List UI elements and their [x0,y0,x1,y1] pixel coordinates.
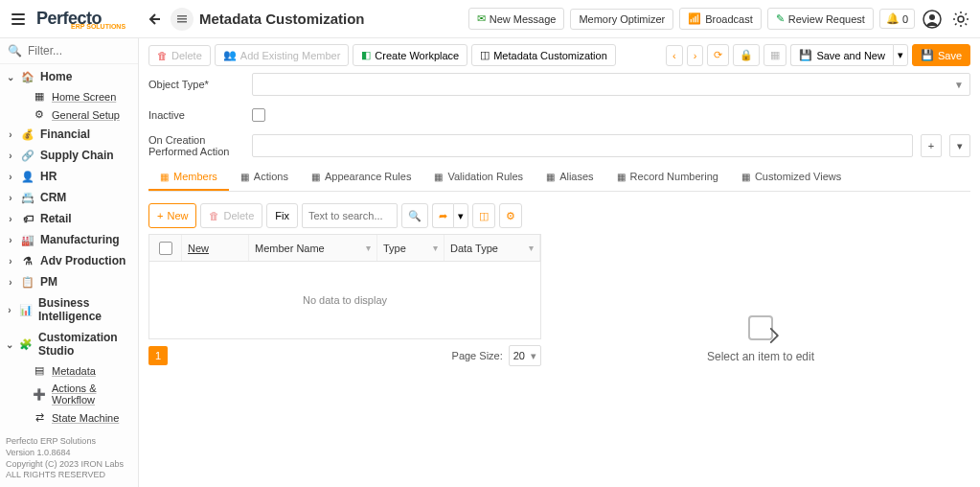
page-title: Metadata Customization [199,11,365,27]
chevron-icon: › [6,193,15,203]
col-data-type[interactable]: Data Type▾ [444,235,540,261]
sidebar-subitem-state-machine[interactable]: ⇄State Machine [29,408,138,427]
svg-rect-0 [177,15,187,17]
inactive-checkbox[interactable] [252,108,265,122]
sidebar-item-label: HR [40,170,57,183]
settings-gear-icon[interactable] [949,8,972,31]
col-member-name[interactable]: Member Name▾ [249,235,377,261]
review-request-button[interactable]: ✎Review Request [767,8,874,30]
svg-point-4 [929,14,935,20]
save-and-new-dropdown[interactable]: ▾ [893,44,908,66]
app-logo: PerfectoERP SOLUTIONS [34,9,136,29]
on-creation-row: On Creation Performed Action + ▾ [148,133,970,158]
tab-members[interactable]: ▦Members [148,164,229,191]
back-button[interactable] [142,8,165,31]
group-icon: ⚗ [21,255,34,267]
tab-label: Validation Rules [447,171,523,182]
sidebar-search[interactable]: 🔍 [0,38,138,64]
grid-search-button[interactable]: 🔍 [401,203,428,228]
object-type-combo[interactable]: ▼ [252,73,970,96]
grid-select-all-checkbox[interactable] [159,242,172,255]
sidebar-item-manufacturing[interactable]: ›🏭Manufacturing [0,229,138,250]
save-and-new-button[interactable]: 💾Save and New [790,44,893,66]
add-existing-member-button[interactable]: 👥Add Existing Member [215,44,350,66]
memory-optimizer-button[interactable]: Memory Optimizer [570,9,673,30]
grid-empty-message: No data to display [149,262,540,338]
chevron-icon: › [6,305,13,315]
menu-toggle-icon[interactable] [8,9,29,30]
next-record-button[interactable]: › [687,45,704,66]
sidebar-item-retail[interactable]: ›🏷Retail [0,208,138,229]
filter-icon[interactable]: ▾ [366,243,371,253]
notification-badge[interactable]: 🔔0 [879,9,915,29]
context-icon[interactable] [171,8,194,31]
on-creation-add-button[interactable]: + [921,134,942,157]
grid-export-button[interactable]: ➦ [432,203,453,228]
sidebar-subitem-actions-&-workflow[interactable]: ➕Actions & Workflow [29,380,138,408]
on-creation-combo[interactable] [252,134,913,157]
grid-export-dropdown[interactable]: ▾ [453,203,468,228]
sidebar-item-label: Financial [40,128,90,141]
page-1-button[interactable]: 1 [148,346,168,365]
new-message-button[interactable]: ✉New Message [468,8,565,30]
sidebar-item-financial[interactable]: ›💰Financial [0,124,138,145]
metadata-customization-button[interactable]: ◫Metadata Customization [471,44,616,66]
refresh-button[interactable]: ⟳ [707,44,729,66]
sidebar-item-home[interactable]: ⌄🏠Home [0,66,138,87]
sidebar-subitem-home-screen[interactable]: ▦Home Screen [29,87,138,105]
filter-icon[interactable]: ▾ [529,243,534,253]
save-and-new-split: 💾Save and New ▾ [790,44,908,66]
filter-icon[interactable]: ▾ [433,243,438,253]
sidebar-item-crm[interactable]: ›📇CRM [0,187,138,208]
tab-record-numbering[interactable]: ▦Record Numbering [605,164,730,191]
item-icon: ⚙ [33,108,46,121]
chevron-icon: › [6,277,15,288]
account-icon[interactable] [921,8,944,31]
grid-delete-button[interactable]: 🗑Delete [200,203,262,228]
item-icon: ▤ [33,364,46,377]
sidebar-item-adv-production[interactable]: ›⚗Adv Production [0,250,138,271]
sidebar-item-hr[interactable]: ›👤HR [0,166,138,187]
tab-aliases[interactable]: ▦Aliases [535,164,604,191]
sidebar-subitem-metadata[interactable]: ▤Metadata [29,361,138,380]
sidebar-subitem-general-setup[interactable]: ⚙General Setup [29,105,138,124]
sidebar-item-label: Supply Chain [40,149,114,162]
broadcast-button[interactable]: 📶Broadcast [679,8,762,30]
sidebar-item-supply-chain[interactable]: ›🔗Supply Chain [0,145,138,166]
sidebar-item-label: Actions & Workflow [52,383,134,406]
sidebar-item-label: Home [40,70,72,83]
chevron-icon: ⌄ [6,72,15,82]
tab-actions[interactable]: ▦Actions [229,164,300,191]
grid-fix-button[interactable]: Fix [266,203,298,228]
sidebar-footer: Perfecto ERP Solutions Version 1.0.8684 … [0,430,138,487]
tab-validation-rules[interactable]: ▦Validation Rules [422,164,535,191]
sidebar-item-business-intelligence[interactable]: ›📊Business Intelligence [0,292,138,327]
grid-columns-button[interactable]: ◫ [472,203,495,228]
page-size-select[interactable]: 20▾ [509,345,541,366]
extra-action-button[interactable]: ▦ [763,44,786,66]
select-item-icon [748,315,773,340]
delete-button[interactable]: 🗑Delete [148,45,211,66]
col-new[interactable]: New [182,235,249,261]
sidebar-item-pm[interactable]: ›📋PM [0,271,138,292]
sidebar-filter-input[interactable] [28,44,130,58]
sidebar-item-label: Manufacturing [40,233,120,246]
sidebar-item-label: Metadata [52,365,96,377]
grid-search-input[interactable] [302,203,398,228]
sidebar-item-customization-studio[interactable]: ⌄🧩Customization Studio [0,327,138,361]
tab-label: Actions [254,171,288,182]
col-type[interactable]: Type▾ [377,235,444,261]
on-creation-more-button[interactable]: ▾ [949,134,970,157]
chevron-icon: › [6,214,15,224]
chevron-icon: › [6,129,15,140]
tab-label: Appearance Rules [325,171,412,182]
grid-new-button[interactable]: +New [148,203,196,228]
save-button[interactable]: 💾Save [912,44,970,66]
tab-customized-views[interactable]: ▦Customized Views [730,164,853,191]
lock-button[interactable]: 🔒 [733,44,760,66]
create-workplace-button[interactable]: ◧Create Workplace [353,44,467,66]
members-grid: New Member Name▾ Type▾ Data Type▾ No dat… [148,234,541,339]
grid-filter-button[interactable]: ⚙ [499,203,522,228]
tab-appearance-rules[interactable]: ▦Appearance Rules [300,164,423,191]
prev-record-button[interactable]: ‹ [666,45,683,66]
